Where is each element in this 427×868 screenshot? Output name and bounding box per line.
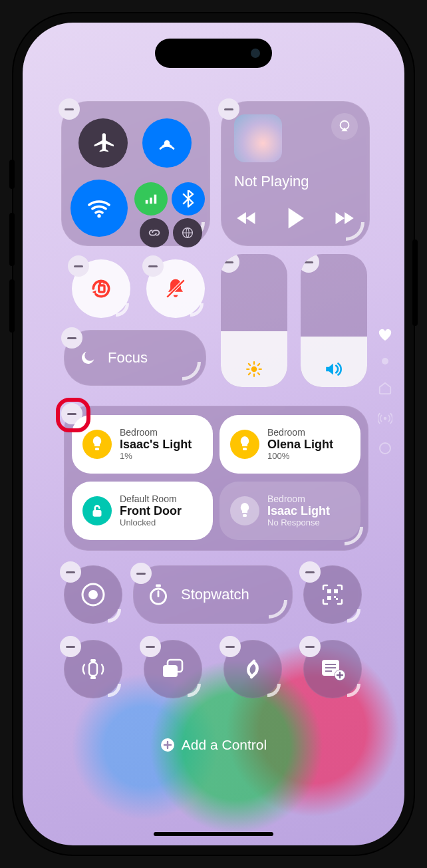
heart-icon[interactable] [378, 329, 392, 342]
airdrop-toggle[interactable] [142, 118, 192, 168]
bluetooth-toggle[interactable] [172, 182, 205, 216]
resize-handle[interactable] [108, 684, 121, 697]
svg-point-24 [88, 590, 98, 599]
wifi-toggle[interactable] [71, 180, 128, 237]
screen: Not Playing [23, 23, 404, 845]
shazam-icon [239, 656, 266, 682]
stopwatch-module[interactable]: Stopwatch [133, 565, 293, 624]
shazam-button[interactable] [223, 640, 282, 698]
connectivity-module[interactable] [61, 101, 210, 246]
bell-slash-icon [163, 276, 188, 301]
dynamic-island [155, 39, 272, 68]
orientation-lock-toggle[interactable] [72, 259, 130, 318]
lightbulb-icon [230, 430, 259, 459]
airplane-toggle[interactable] [78, 118, 128, 168]
home-module[interactable]: Bedroom Isaac's Light 1% Bedroom Olena L… [64, 406, 368, 551]
home-tile[interactable]: Default Room Front Door Unlocked [72, 482, 213, 540]
airplay-icon [337, 119, 352, 134]
remove-button[interactable] [61, 327, 82, 349]
resize-handle[interactable] [267, 684, 281, 697]
home-tile[interactable]: Bedroom Isaac's Light 1% [72, 415, 213, 474]
resize-handle[interactable] [269, 600, 287, 619]
svg-rect-34 [90, 659, 96, 662]
hotspot-toggle[interactable] [173, 218, 202, 247]
remove-button[interactable] [59, 98, 80, 120]
media-module[interactable]: Not Playing [221, 101, 370, 246]
play-button[interactable] [285, 206, 306, 230]
page-indicator[interactable] [378, 329, 392, 455]
add-control-button[interactable]: Add a Control [23, 737, 404, 753]
resize-handle[interactable] [188, 684, 201, 697]
moon-icon [78, 349, 97, 367]
vpn-toggle[interactable] [140, 218, 169, 247]
home-sub: 1% [120, 452, 192, 462]
resize-handle[interactable] [116, 303, 129, 317]
airplay-button[interactable] [331, 113, 358, 140]
svg-rect-27 [156, 585, 161, 587]
remove-button[interactable] [218, 98, 239, 120]
screen-record-button[interactable] [64, 565, 122, 624]
phone-frame: Not Playing [13, 13, 414, 855]
remove-button[interactable] [60, 561, 81, 583]
brightness-slider[interactable] [221, 254, 287, 387]
silent-toggle[interactable] [146, 259, 205, 318]
remove-button[interactable] [299, 636, 321, 657]
remove-button[interactable] [130, 563, 152, 584]
screen-mirror-button[interactable] [144, 640, 202, 698]
remove-button[interactable] [219, 636, 241, 657]
next-button[interactable] [333, 209, 355, 227]
radio-page-icon[interactable] [378, 411, 392, 426]
resize-handle[interactable] [108, 609, 121, 623]
remove-button[interactable] [140, 636, 161, 657]
remove-button[interactable] [68, 255, 89, 277]
svg-rect-3 [150, 198, 152, 204]
ping-watch-button[interactable] [64, 640, 122, 698]
svg-line-18 [258, 364, 259, 365]
page-dot[interactable] [382, 358, 388, 364]
volume-slider[interactable] [301, 254, 367, 387]
resize-handle[interactable] [182, 362, 201, 380]
prev-button[interactable] [235, 209, 258, 227]
home-name: Isaac Light [267, 504, 330, 518]
remove-button[interactable] [301, 254, 319, 273]
notes-button[interactable] [303, 640, 362, 698]
remove-button[interactable] [60, 636, 81, 657]
home-tile[interactable]: Bedroom Olena Light 100% [219, 415, 360, 474]
plus-circle-icon [160, 738, 175, 752]
record-icon [80, 581, 106, 608]
home-page-icon[interactable] [378, 380, 392, 395]
svg-rect-2 [146, 200, 148, 204]
bluetooth-icon [182, 190, 195, 208]
rectangles-icon [160, 657, 186, 681]
note-add-icon [319, 656, 347, 682]
resize-handle[interactable] [190, 303, 204, 317]
qr-scan-button[interactable] [303, 565, 362, 624]
lightbulb-icon [230, 496, 259, 525]
svg-rect-32 [336, 598, 338, 600]
hw-power [412, 239, 418, 326]
cellular-icon [144, 192, 158, 206]
cellular-toggle[interactable] [134, 182, 168, 216]
qr-icon [321, 583, 345, 607]
remove-button[interactable] [142, 255, 164, 277]
airplane-icon [92, 132, 114, 154]
globe-icon [180, 225, 195, 240]
remove-button[interactable] [299, 561, 321, 583]
hw-volume-down [9, 279, 15, 333]
resize-handle[interactable] [347, 684, 360, 697]
stopwatch-icon [148, 583, 169, 607]
focus-module[interactable]: Focus [64, 330, 206, 386]
resize-handle[interactable] [347, 609, 360, 623]
home-tile[interactable]: Bedroom Isaac Light No Response [219, 482, 360, 540]
volume-icon [324, 361, 344, 378]
svg-rect-28 [327, 589, 331, 593]
lightbulb-icon [82, 430, 112, 459]
home-name: Front Door [120, 504, 182, 518]
remove-button[interactable] [221, 254, 239, 273]
stopwatch-label: Stopwatch [181, 586, 249, 603]
home-indicator[interactable] [154, 832, 273, 836]
circle-page-icon[interactable] [378, 442, 392, 455]
link-icon [147, 225, 162, 240]
svg-rect-35 [90, 676, 96, 679]
brightness-icon [245, 361, 263, 378]
